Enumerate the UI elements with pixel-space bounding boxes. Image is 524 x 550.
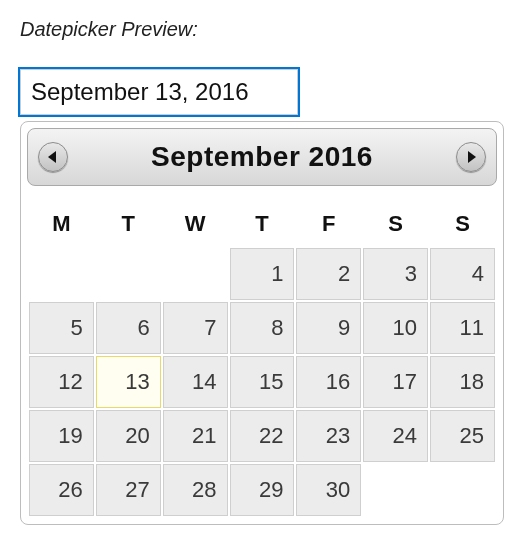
empty-day-cell [29, 248, 94, 300]
calendar-row: 2627282930 [29, 464, 495, 516]
day-cell[interactable]: 8 [230, 302, 295, 354]
day-cell[interactable]: 6 [96, 302, 161, 354]
prev-month-button[interactable] [38, 142, 68, 172]
datepicker-popup: September 2016 M T W T F S S 12345678 [20, 121, 504, 525]
day-cell[interactable]: 28 [163, 464, 228, 516]
day-cell[interactable]: 30 [296, 464, 361, 516]
day-cell[interactable]: 23 [296, 410, 361, 462]
day-cell[interactable]: 19 [29, 410, 94, 462]
day-cell[interactable]: 11 [430, 302, 495, 354]
day-cell[interactable]: 24 [363, 410, 428, 462]
day-cell[interactable]: 9 [296, 302, 361, 354]
calendar-row: 12131415161718 [29, 356, 495, 408]
empty-day-cell [163, 248, 228, 300]
weekday-row: M T W T F S S [29, 202, 495, 246]
weekday-header: T [96, 202, 161, 246]
weekday-header: S [363, 202, 428, 246]
svg-marker-1 [468, 151, 476, 163]
calendar-grid: M T W T F S S 12345678910111213141516171… [27, 200, 497, 518]
datepicker-header: September 2016 [27, 128, 497, 186]
date-input[interactable] [20, 69, 298, 115]
calendar-row: 19202122232425 [29, 410, 495, 462]
calendar-row: 1234 [29, 248, 495, 300]
weekday-header: F [296, 202, 361, 246]
day-cell[interactable]: 18 [430, 356, 495, 408]
day-cell[interactable]: 12 [29, 356, 94, 408]
day-cell[interactable]: 27 [96, 464, 161, 516]
weekday-header: T [230, 202, 295, 246]
caret-left-icon [48, 151, 58, 163]
caret-right-icon [466, 151, 476, 163]
datepicker-preview-label: Datepicker Preview: [20, 18, 504, 41]
weekday-header: W [163, 202, 228, 246]
day-cell[interactable]: 16 [296, 356, 361, 408]
day-cell[interactable]: 4 [430, 248, 495, 300]
empty-day-cell [96, 248, 161, 300]
calendar-body: 1234567891011121314151617181920212223242… [29, 248, 495, 516]
empty-day-cell [430, 464, 495, 516]
svg-marker-0 [48, 151, 56, 163]
day-cell[interactable]: 21 [163, 410, 228, 462]
day-cell[interactable]: 13 [96, 356, 161, 408]
empty-day-cell [363, 464, 428, 516]
day-cell[interactable]: 15 [230, 356, 295, 408]
day-cell[interactable]: 17 [363, 356, 428, 408]
day-cell[interactable]: 14 [163, 356, 228, 408]
day-cell[interactable]: 29 [230, 464, 295, 516]
day-cell[interactable]: 20 [96, 410, 161, 462]
day-cell[interactable]: 26 [29, 464, 94, 516]
day-cell[interactable]: 22 [230, 410, 295, 462]
day-cell[interactable]: 10 [363, 302, 428, 354]
day-cell[interactable]: 2 [296, 248, 361, 300]
datepicker-title: September 2016 [151, 141, 373, 173]
weekday-header: M [29, 202, 94, 246]
day-cell[interactable]: 5 [29, 302, 94, 354]
day-cell[interactable]: 3 [363, 248, 428, 300]
day-cell[interactable]: 7 [163, 302, 228, 354]
weekday-header: S [430, 202, 495, 246]
calendar-row: 567891011 [29, 302, 495, 354]
day-cell[interactable]: 1 [230, 248, 295, 300]
day-cell[interactable]: 25 [430, 410, 495, 462]
next-month-button[interactable] [456, 142, 486, 172]
